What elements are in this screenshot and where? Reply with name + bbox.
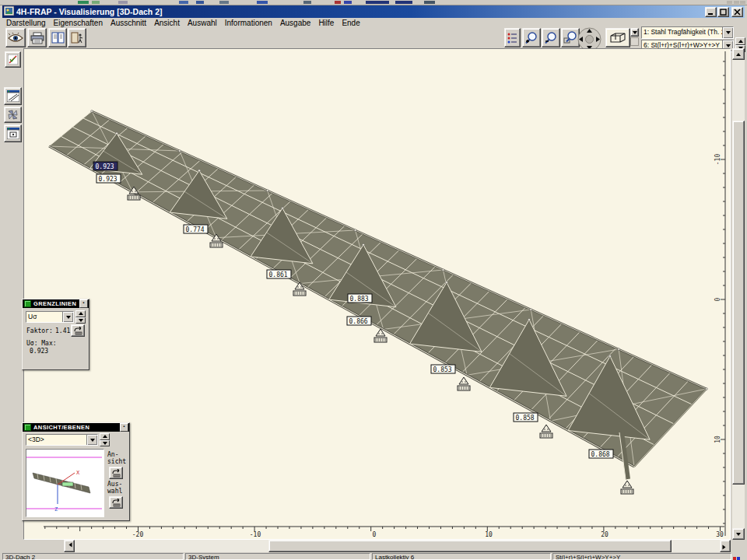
background-window-fragment [303, 1, 311, 4]
view-panel-icon[interactable] [4, 124, 22, 142]
panel-close-icon[interactable]: ▪ [120, 423, 128, 432]
background-window-fragment [118, 1, 128, 4]
svg-text:-10: -10 [714, 154, 721, 166]
view-cube-dropdown[interactable] [630, 28, 639, 37]
background-window-fragment [257, 1, 268, 4]
menu-ansicht[interactable]: Ansicht [150, 18, 184, 28]
scroll-right-icon[interactable] [720, 540, 731, 552]
menu-darstellung[interactable]: Darstellung [2, 18, 50, 28]
horizontal-scroll-thumb[interactable] [268, 540, 672, 552]
spinner-up-icon[interactable] [735, 37, 745, 45]
spinner-down-icon[interactable] [100, 440, 110, 447]
axis-z-label: Z [54, 506, 58, 513]
svg-text:0.868: 0.868 [591, 451, 610, 458]
app-icon [4, 6, 14, 17]
ansicht-panel-title: ANSICHT/EBENEN [33, 424, 89, 431]
svg-text:-10: -10 [250, 531, 261, 538]
ansicht-panel[interactable]: ANSICHT/EBENEN ▪ <3D> X Z An-sicht [22, 422, 130, 521]
zoom-in-icon[interactable] [522, 28, 541, 47]
menu-auswahl[interactable]: Auswahl [184, 18, 221, 28]
svg-text:10: 10 [714, 436, 721, 443]
pinned-support-icon [458, 377, 470, 390]
status-field-0: 3D-Dach 2 [2, 553, 184, 560]
view-combo[interactable]: <3D> [26, 434, 98, 446]
scroll-left-icon[interactable] [64, 540, 75, 552]
status-field-2: Lastkollektiv 6 [372, 553, 551, 560]
vertical-scrollbar[interactable] [732, 48, 745, 540]
svg-text:-20: -20 [132, 531, 144, 538]
scroll-down-icon[interactable] [732, 528, 745, 540]
background-window-fragment [734, 1, 739, 4]
menu-ausgabe[interactable]: Ausgabe [276, 18, 314, 28]
redraw-eye-icon[interactable] [5, 28, 26, 47]
background-window-fragment [366, 1, 389, 4]
background-window-fragment [78, 1, 89, 4]
grenzlinien-panel-titlebar[interactable]: GRENZLINIEN ▪ [23, 299, 89, 308]
spinner-up-icon[interactable] [75, 310, 86, 317]
refresh-arrow-icon[interactable] [71, 324, 85, 337]
grenzlinien-spinner[interactable] [75, 310, 86, 324]
chevron-down-icon[interactable] [86, 435, 97, 445]
chevron-down-icon[interactable] [62, 312, 73, 322]
horizontal-scrollbar[interactable] [23, 540, 732, 552]
svg-text:0.774: 0.774 [186, 226, 205, 233]
view-cube-icon[interactable] [605, 28, 630, 47]
view-preview[interactable]: X Z [26, 449, 104, 517]
background-window-strip [0, 0, 747, 5]
print-icon[interactable] [27, 28, 47, 47]
menu-hilfe[interactable]: Hilfe [314, 18, 338, 28]
background-window-fragment [179, 1, 188, 4]
menu-ausschnitt[interactable]: Ausschnitt [107, 18, 150, 28]
chevron-down-icon[interactable] [722, 27, 733, 38]
report-book-icon[interactable] [48, 28, 67, 47]
value-label: 0.858 [514, 413, 538, 422]
pinned-support-icon [621, 481, 633, 494]
value-label: 0.853 [431, 365, 455, 373]
svg-text:0.866: 0.866 [349, 318, 368, 325]
value-label: 0.774 [184, 225, 208, 233]
menu-ende[interactable]: Ende [338, 18, 363, 28]
background-window-fragment [196, 1, 204, 4]
toolbar: 1: Stahl Tragfähigkeit (Th. 2. O 6: St(l… [2, 28, 745, 50]
result-combo-value: 1: Stahl Tragfähigkeit (Th. 2. O [642, 27, 722, 38]
status-link-icon [733, 553, 740, 560]
svg-text:0.883: 0.883 [350, 296, 369, 303]
preview-structure [33, 473, 90, 493]
view-spinner[interactable] [100, 433, 110, 446]
vertical-ruler: -10010 [714, 51, 725, 536]
auswahl-apply-icon[interactable] [109, 496, 123, 509]
horizontal-ruler: -20-100102030 [44, 527, 724, 538]
ansicht-apply-icon[interactable] [109, 467, 123, 479]
menu-bar: DarstellungEigenschaftenAusschnittAnsich… [2, 18, 745, 28]
menu-eigenschaften[interactable]: Eigenschaften [50, 18, 107, 28]
minimize-button[interactable] [705, 7, 717, 17]
exit-door-icon[interactable] [68, 28, 86, 47]
limitlines-panel-icon[interactable] [4, 87, 22, 105]
panel-close-icon[interactable]: ▪ [79, 299, 88, 308]
svg-text:0.923: 0.923 [99, 176, 117, 183]
svg-text:10: 10 [485, 531, 493, 538]
pinwheel-icon[interactable] [4, 107, 22, 123]
grenzlinien-panel[interactable]: GRENZLINIEN ▪ Uσ Faktor: 1.41 Uσ: Max: 0… [22, 299, 89, 370]
status-bar: 3D-Dach 23D-SystemLastkollektiv 6St(l+r)… [2, 552, 745, 560]
ansicht-panel-titlebar[interactable]: ANSICHT/EBENEN ▪ [23, 423, 129, 432]
menu-informationen[interactable]: Informationen [221, 18, 276, 28]
result-combo[interactable]: 1: Stahl Tragfähigkeit (Th. 2. O [641, 26, 734, 39]
background-window-fragment [727, 1, 732, 4]
side-toolbar [2, 49, 24, 552]
scroll-up-icon[interactable] [732, 48, 745, 60]
zoom-out-icon[interactable] [542, 28, 560, 47]
result-list-icon[interactable] [504, 28, 521, 47]
view-combo-value: <3D> [26, 435, 86, 445]
grenzlinien-type-combo[interactable]: Uσ [26, 311, 74, 323]
pinned-support-icon [540, 425, 552, 438]
spinner-up-icon[interactable] [100, 433, 110, 440]
vertical-scroll-thumb[interactable] [732, 121, 745, 485]
value-label: 0.866 [347, 317, 371, 325]
background-window-fragment [395, 1, 412, 4]
spinner-down-icon[interactable] [75, 317, 86, 324]
svg-text:0: 0 [714, 297, 721, 301]
maximize-button[interactable] [717, 7, 729, 17]
close-button[interactable] [731, 7, 743, 17]
edit-check-icon[interactable] [5, 51, 21, 68]
